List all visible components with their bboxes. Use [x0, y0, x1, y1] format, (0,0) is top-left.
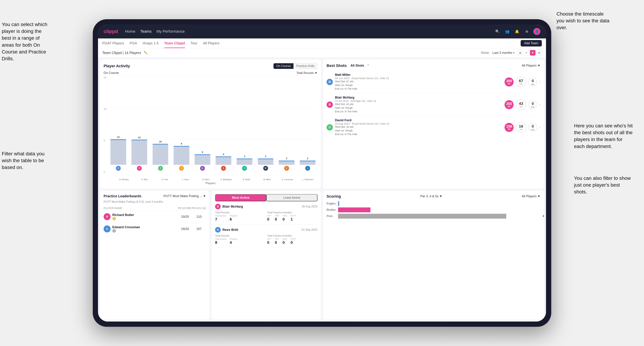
chart-filter[interactable]: Total Rounds ▼ — [296, 71, 318, 75]
shots-tabs: All Shots ▼ — [349, 63, 370, 68]
bar-column-2: 10D — [150, 139, 170, 171]
shot-chevron-0[interactable]: › — [539, 80, 540, 84]
bar-3: 9 — [174, 146, 189, 165]
edit-icon[interactable]: ✏️ — [144, 51, 148, 55]
x-label-4: E. Ebert — [196, 178, 215, 180]
nav-link-performance[interactable]: My Performance — [156, 28, 184, 34]
practice-leaderboards-card: Practice Leaderboards PUTT Must Make Put… — [100, 191, 210, 320]
shot-player-info-1: Blair McHarg 23 Jul 2023 · Ashridge GC, … — [335, 96, 502, 113]
active-player-block-0: B Blair McHarg 26 Aug 2023 Total Rounds … — [215, 204, 318, 224]
sub-nav-team-clippd[interactable]: Team Clippd — [164, 38, 185, 48]
all-shots-tab[interactable]: All Shots — [349, 63, 366, 68]
x-label-7: M. Miller — [258, 178, 277, 180]
sub-nav-hcaps[interactable]: Hcaps 1-5 — [142, 38, 158, 48]
lb-player-name-0: Richard Butler — [112, 213, 134, 217]
dist-badge-2: 16 yds — [516, 122, 526, 133]
shot-player-name-2: David Ford — [335, 119, 502, 122]
shot-meta-0: 09 Jun 2023 · Royal North Devon GC, Hole… — [335, 77, 502, 80]
grid-view-icon[interactable]: ⊞ — [517, 50, 523, 56]
nav-link-home[interactable]: Home — [125, 28, 135, 34]
shot-player-info-2: David Ford 24 Aug 2023 · Royal North Dev… — [335, 119, 502, 136]
most-active-card: Most Active Least Active B Blair McHarg … — [212, 191, 321, 320]
best-shots-title: Best Shots — [326, 63, 347, 68]
practice-drills-toggle[interactable]: Practice Drills — [294, 63, 317, 69]
leaderboard-row-0: R Richard Butler 1 19/20 110 — [104, 211, 206, 223]
lb-player-cell-0: R Richard Butler 1 — [104, 213, 178, 220]
stat-practice-0: Total Practice Activities GTT 0 APP 0 AR… — [267, 211, 318, 222]
add-team-button[interactable]: Add Team — [520, 40, 542, 46]
on-course-toggle[interactable]: On Course — [274, 63, 294, 69]
leaderboard-title: Practice Leaderboards — [104, 194, 142, 198]
dist-badge-0: 67 yds — [516, 77, 526, 87]
most-active-header: Most Active Least Active — [215, 194, 318, 201]
sub-nav-pgat[interactable]: PGAT Players — [102, 38, 124, 48]
chart-subheader: On Course Total Rounds ▼ — [104, 71, 318, 75]
bar-4: 5 — [194, 154, 210, 165]
user-avatar[interactable]: 👤 — [534, 28, 540, 35]
view-icons: ⊞ ≡ ♥ ⊟ — [517, 50, 542, 56]
brand-logo: clippd — [104, 29, 118, 34]
shot-badge-1: 200 SG — [504, 100, 514, 109]
users-icon[interactable]: 👥 — [504, 28, 510, 35]
sub-nav-all-players[interactable]: All Players — [203, 38, 220, 48]
shot-player-avatar-0: M — [326, 79, 333, 85]
team-header-right: Show: Last 3 months ⊞ ≡ ♥ ⊟ — [481, 50, 542, 56]
bar-avatar-5: G — [221, 166, 226, 171]
shot-details-0: Shot Dist: 67 ydsStart Lie: RoughEnd Lie… — [335, 80, 502, 91]
stat-rounds-1: Total Rounds Tournament 8 Practice 4 — [215, 234, 266, 245]
nav-link-teams[interactable]: Teams — [140, 28, 152, 34]
leaderboard-header: Practice Leaderboards PUTT Must Make Put… — [104, 194, 206, 198]
time-select[interactable]: Last 3 months — [492, 51, 515, 55]
scoring-filter2[interactable]: All Players ▼ — [522, 194, 540, 198]
list-view-icon[interactable]: ≡ — [524, 50, 529, 56]
least-active-tab[interactable]: Least Active — [266, 194, 318, 201]
players-filter[interactable]: All Players ▼ — [522, 64, 540, 67]
score-bar-0 — [338, 201, 339, 206]
bar-avatar-2: D — [158, 166, 163, 171]
search-icon[interactable]: 🔍 — [494, 28, 500, 35]
show-label: Show: — [481, 51, 490, 55]
active-player-name-1: Rees Britt — [222, 228, 238, 232]
scoring-bars: Eagles 3 Birdies 96 Pars 499 — [326, 201, 540, 316]
score-value-2: 499 — [543, 215, 544, 218]
nav-links: Home Teams My Performance — [125, 28, 494, 34]
bar-9: 2 — [300, 161, 316, 165]
table-view-icon[interactable]: ⊟ — [536, 50, 542, 56]
score-bar-1 — [338, 207, 370, 212]
sub-nav-pga[interactable]: PGA — [130, 38, 137, 48]
lb-pb-avg-0: 110 — [192, 215, 206, 219]
shot-item-1: B Blair McHarg 23 Jul 2023 · Ashridge GC… — [326, 93, 540, 116]
card-view-icon[interactable]: ♥ — [530, 50, 536, 56]
stat-practice-1: Total Practice Activities GTT 0 APP 0 AR… — [267, 234, 318, 245]
tablet-screen: clippd Home Teams My Performance 🔍 👥 🔔 ⊕… — [98, 24, 546, 322]
bar-highlight-5 — [216, 156, 231, 157]
x-label-5: G. Billingham — [217, 178, 236, 180]
shot-chevron-2[interactable]: › — [539, 125, 540, 129]
active-player-header-0: B Blair McHarg 26 Aug 2023 — [215, 204, 318, 209]
shot-badge-2: 198 SG — [504, 123, 514, 132]
most-active-tab[interactable]: Most Active — [215, 194, 266, 201]
leaderboard-cols: PLAYER NAME PB SCORE PB AVG SQ — [104, 205, 206, 211]
player-activity-card: Player Activity On Course Practice Drill… — [100, 60, 321, 188]
sub-nav-tour[interactable]: Tour — [190, 38, 198, 48]
score-label-1: Birdies — [326, 208, 336, 212]
bar-column-0: 13B — [108, 139, 128, 171]
x-label-8: E. Crossman — [278, 178, 297, 180]
bar-avatar-3: J — [179, 166, 184, 171]
shot-chevron-1[interactable]: › — [539, 103, 540, 107]
bell-icon[interactable]: 🔔 — [514, 28, 520, 35]
scoring-title: Scoring — [326, 194, 341, 199]
score-bar-wrap-1: 96 — [338, 207, 540, 212]
scoring-filter1[interactable]: Par 3, 4 & 5s ▼ — [420, 194, 442, 198]
bar-value-label-1: 12 — [138, 136, 140, 139]
shot-player-info-0: Matt Miller 09 Jun 2023 · Royal North De… — [335, 73, 502, 91]
add-circle-icon[interactable]: ⊕ — [524, 28, 530, 35]
players-axis-label: Players — [104, 181, 318, 185]
lb-player-name-1: Edward Crossman — [112, 225, 140, 229]
bottom-left-grid: Practice Leaderboards PUTT Must Make Put… — [100, 191, 321, 320]
x-label-0: B. McHarg — [114, 178, 134, 180]
shot-player-name-0: Matt Miller — [335, 73, 502, 77]
drill-select[interactable]: PUTT Must Make Putting ... ▼ — [164, 194, 206, 198]
score-label-0: Eagles — [326, 202, 336, 205]
bar-value-label-2: 10 — [159, 140, 162, 143]
